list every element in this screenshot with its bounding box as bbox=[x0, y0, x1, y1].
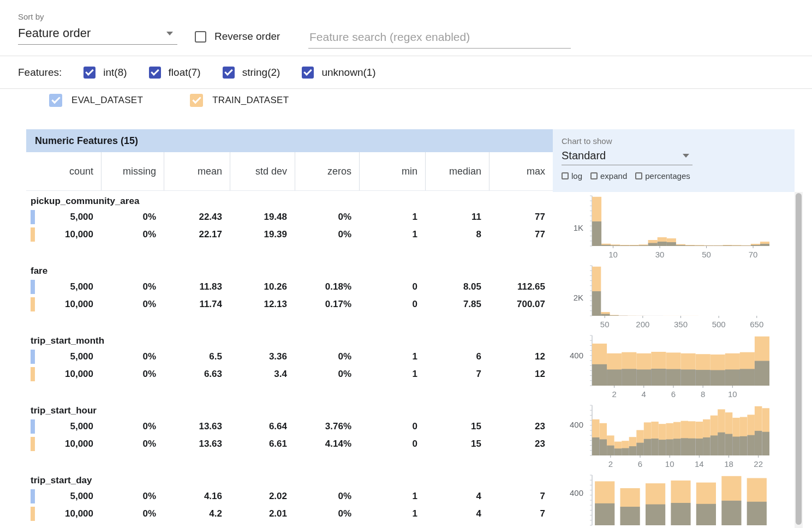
stat-value: 4.2 bbox=[164, 508, 230, 519]
stat-value: 6 bbox=[425, 351, 489, 362]
percentages-option[interactable]: percentages bbox=[635, 171, 690, 181]
sort-by-label: Sort by bbox=[18, 12, 177, 21]
histogram-svg: 4002610141822 bbox=[553, 404, 795, 471]
log-option[interactable]: log bbox=[562, 171, 582, 181]
train-dataset-checkbox[interactable] bbox=[190, 94, 203, 107]
stat-value: 4 bbox=[425, 491, 489, 502]
string-checkbox[interactable] bbox=[223, 67, 235, 79]
stat-value: 4 bbox=[425, 508, 489, 519]
log-label: log bbox=[571, 171, 582, 181]
stat-value: 1 bbox=[359, 508, 425, 519]
expand-checkbox[interactable] bbox=[590, 172, 598, 179]
svg-text:400: 400 bbox=[570, 420, 583, 429]
stat-value: 19.39 bbox=[230, 229, 295, 240]
stat-value: 2.01 bbox=[230, 508, 295, 519]
stat-value: 6.61 bbox=[230, 439, 295, 449]
reverse-order-checkbox[interactable] bbox=[195, 31, 206, 43]
dataset-legend: EVAL_DATASET TRAIN_DATASET bbox=[49, 94, 289, 107]
dataset-item-eval[interactable]: EVAL_DATASET bbox=[49, 94, 143, 107]
filter-item-unknown[interactable]: unknown(1) bbox=[302, 67, 375, 79]
feature-row: trip_start_day 5,0000%4.162.020%147 10,0… bbox=[26, 471, 795, 528]
stat-value: 10,000 bbox=[26, 508, 101, 519]
stat-value: 112.65 bbox=[489, 281, 553, 292]
sort-by-select[interactable]: Feature order bbox=[18, 21, 177, 45]
stat-value: 1 bbox=[359, 351, 425, 362]
stat-value: 4.16 bbox=[164, 491, 230, 502]
svg-text:8: 8 bbox=[701, 389, 705, 399]
svg-text:10: 10 bbox=[728, 389, 737, 399]
feature-histogram: 1K10305070 bbox=[553, 194, 795, 262]
features-filter-row: Features: int(8) float(7) string(2) unkn… bbox=[0, 57, 812, 89]
feature-row: trip_start_month 5,0000%6.53.360%1612 10… bbox=[26, 332, 795, 401]
stat-value: 5,000 bbox=[26, 351, 101, 362]
stat-value: 10.26 bbox=[230, 281, 295, 292]
stat-value: 22.17 bbox=[164, 229, 230, 240]
stat-value: 0% bbox=[101, 508, 164, 519]
feature-histogram: 2K50200350500650 bbox=[553, 264, 795, 332]
stat-value: 77 bbox=[489, 229, 553, 240]
feature-row: trip_start_hour 5,0000%13.636.643.76%015… bbox=[26, 401, 795, 471]
log-checkbox[interactable] bbox=[562, 172, 569, 179]
train-dataset-label: TRAIN_DATASET bbox=[212, 95, 289, 106]
scrollbar-thumb[interactable] bbox=[796, 193, 802, 525]
stat-value: 6.63 bbox=[164, 369, 230, 380]
chart-to-show-label: Chart to show bbox=[562, 136, 795, 146]
svg-text:2: 2 bbox=[608, 459, 613, 469]
train-color-chip bbox=[31, 437, 35, 451]
stat-value: 0 bbox=[359, 421, 425, 432]
svg-text:70: 70 bbox=[749, 250, 758, 259]
int-checkbox[interactable] bbox=[83, 67, 95, 79]
string-checkbox-label: string(2) bbox=[242, 67, 280, 79]
eval-color-chip bbox=[31, 419, 35, 434]
stat-value: 5,000 bbox=[26, 281, 101, 292]
svg-text:350: 350 bbox=[674, 320, 688, 329]
float-checkbox-label: float(7) bbox=[169, 67, 201, 79]
stat-value: 7.85 bbox=[425, 299, 489, 310]
column-header-missing: missing bbox=[101, 152, 164, 190]
percentages-checkbox[interactable] bbox=[635, 172, 642, 179]
stat-value: 13.63 bbox=[164, 421, 230, 432]
filter-item-string[interactable]: string(2) bbox=[223, 67, 280, 79]
filter-item-float[interactable]: float(7) bbox=[149, 67, 201, 79]
eval-color-chip bbox=[31, 350, 35, 364]
stat-value: 13.63 bbox=[164, 439, 230, 449]
float-checkbox[interactable] bbox=[149, 67, 161, 79]
stats-column-header: count missing mean std dev zeros min med… bbox=[26, 152, 553, 191]
filter-item-int[interactable]: int(8) bbox=[83, 67, 127, 79]
column-header-stddev: std dev bbox=[230, 152, 295, 190]
stat-value: 0% bbox=[101, 212, 164, 223]
svg-text:22: 22 bbox=[754, 459, 763, 469]
stat-value: 22.43 bbox=[164, 212, 230, 223]
vertical-scrollbar bbox=[795, 192, 803, 528]
feature-search-input[interactable] bbox=[308, 26, 571, 49]
svg-text:2: 2 bbox=[612, 389, 616, 399]
svg-text:650: 650 bbox=[750, 320, 763, 329]
stat-value: 10,000 bbox=[26, 229, 101, 240]
svg-text:30: 30 bbox=[655, 250, 665, 259]
stat-value: 23 bbox=[489, 421, 553, 432]
eval-dataset-checkbox[interactable] bbox=[49, 94, 62, 107]
stat-value: 0% bbox=[101, 299, 164, 310]
stat-value: 12 bbox=[489, 369, 553, 380]
feature-histogram: 400246810 bbox=[553, 334, 795, 401]
stat-value: 0% bbox=[295, 491, 359, 502]
column-header-max: max bbox=[489, 152, 553, 190]
stat-value: 1 bbox=[359, 491, 425, 502]
eval-color-chip bbox=[31, 280, 35, 294]
column-header-median: median bbox=[425, 152, 489, 190]
eval-dataset-label: EVAL_DATASET bbox=[71, 95, 143, 106]
stat-value: 0% bbox=[101, 229, 164, 240]
stat-value: 7 bbox=[489, 491, 553, 502]
unknown-checkbox[interactable] bbox=[302, 67, 314, 79]
dataset-item-train[interactable]: TRAIN_DATASET bbox=[190, 94, 289, 107]
svg-text:10: 10 bbox=[608, 250, 618, 259]
stat-value: 11 bbox=[425, 212, 489, 223]
stat-value: 0% bbox=[101, 439, 164, 449]
stat-value: 0% bbox=[101, 351, 164, 362]
expand-option[interactable]: expand bbox=[590, 171, 627, 181]
chart-type-select[interactable]: Standard bbox=[562, 146, 692, 165]
chart-option-row: log expand percentages bbox=[562, 171, 795, 181]
svg-text:200: 200 bbox=[636, 320, 649, 329]
svg-text:6: 6 bbox=[638, 459, 642, 469]
svg-text:2K: 2K bbox=[574, 293, 583, 302]
